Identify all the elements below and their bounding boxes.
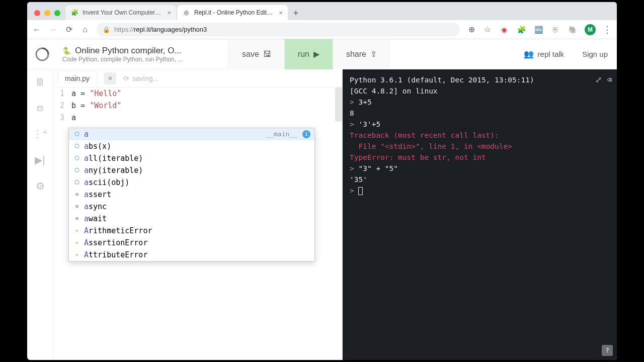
profile-avatar[interactable]: M — [585, 24, 596, 35]
repl-talk-link[interactable]: 👥repl talk — [515, 49, 574, 59]
share-icon: ⇪ — [370, 49, 377, 59]
page-title: Online Python compiler, O... — [75, 46, 182, 56]
terminal-cursor — [358, 187, 363, 195]
editor-scrollbar[interactable] — [335, 87, 342, 122]
terminal-pane[interactable]: ⤢ ⌫ Python 3.6.1 (default, Dec 2015, 13:… — [343, 69, 617, 360]
autocomplete-hint: __main__ — [266, 128, 299, 140]
line-number: 1 — [53, 87, 71, 100]
autocomplete-item[interactable]: ≡assert — [69, 189, 314, 201]
side-toolbar: 🗎 ⧈ ⋮⁺ ▶| ⚙ — [27, 69, 53, 360]
variable-icon: ⬡ — [73, 130, 81, 138]
autocomplete-item[interactable]: ⬡all(iterable) — [69, 152, 314, 164]
autocomplete-popup: ⬡a__main__i⬡abs(x)⬡all(iterable)⬡any(ite… — [68, 128, 315, 261]
forward-icon[interactable]: → — [48, 25, 57, 34]
close-tab-icon[interactable]: × — [277, 9, 283, 17]
code-line: a — [71, 112, 76, 124]
adblock-ext-icon[interactable]: ◉ — [499, 25, 509, 35]
puzzle-ext-icon[interactable]: 🧩 — [516, 25, 526, 35]
info-icon[interactable]: i — [302, 130, 310, 138]
autocomplete-item[interactable]: ✦ArithmeticError — [69, 225, 314, 237]
minimize-window-icon[interactable] — [44, 10, 50, 16]
class-icon: ✦ — [73, 227, 81, 235]
share-button[interactable]: share⇪ — [333, 39, 390, 69]
saving-status: ⟳saving... — [123, 74, 158, 82]
autocomplete-label: AssertionError — [84, 237, 310, 249]
translate-ext-icon[interactable]: 🔤 — [533, 25, 543, 35]
python-icon: 🐍 — [62, 47, 71, 55]
terminal-expand-icon[interactable]: ⤢ — [595, 74, 602, 85]
page-subtitle: Code Python, compile Python, run Python,… — [62, 56, 223, 63]
tab-strip: 🧩 Invent Your Own Computer Ga × ◎ Repl.i… — [27, 2, 617, 20]
files-icon[interactable]: 🗎 — [35, 76, 45, 88]
autocomplete-label: abs(x) — [84, 140, 310, 152]
window-controls — [31, 10, 65, 20]
keyword-icon: ≡ — [73, 191, 81, 199]
autocomplete-label: AttributeError — [84, 249, 310, 261]
autocomplete-item[interactable]: ≡await — [69, 213, 314, 225]
editor-tab-bar: main.py ≡ ⟳saving... — [53, 69, 342, 87]
class-icon: ✦ — [73, 239, 81, 247]
reload-icon[interactable]: ⟳ — [64, 25, 73, 34]
help-button[interactable]: ? — [602, 345, 613, 356]
app-header: 🐍Online Python compiler, O... Code Pytho… — [27, 39, 617, 69]
back-icon[interactable]: ← — [32, 25, 41, 34]
url-protocol: https:// — [114, 26, 134, 33]
replit-logo-icon[interactable] — [27, 46, 57, 62]
maximize-window-icon[interactable] — [54, 10, 60, 16]
debugger-icon[interactable]: ▶| — [35, 154, 45, 166]
variable-icon: ⬡ — [73, 154, 81, 162]
home-icon[interactable]: ⌂ — [80, 25, 90, 34]
autocomplete-item[interactable]: ⬡a__main__i — [69, 128, 314, 140]
autocomplete-label: assert — [84, 189, 310, 201]
run-button[interactable]: run▶ — [284, 39, 333, 69]
evernote-ext-icon[interactable]: 🐘 — [568, 25, 578, 35]
browser-menu-icon[interactable]: ⋮ — [603, 24, 612, 35]
autocomplete-item[interactable]: ⬡any(iterable) — [69, 164, 314, 176]
autocomplete-label: ArithmeticError — [84, 225, 310, 237]
file-tab-main[interactable]: main.py — [57, 71, 97, 85]
variable-icon: ⬡ — [73, 142, 81, 150]
terminal-output: Python 3.6.1 (default, Dec 2015, 13:05:1… — [343, 69, 617, 201]
spinner-icon: ⟳ — [123, 74, 129, 82]
terminal-clear-icon[interactable]: ⌫ — [607, 74, 612, 85]
new-tab-button[interactable]: + — [289, 6, 303, 20]
browser-tab-invent[interactable]: 🧩 Invent Your Own Computer Ga × — [65, 5, 176, 20]
packages-icon[interactable]: ⧈ — [37, 102, 43, 114]
close-window-icon[interactable] — [34, 10, 40, 16]
autocomplete-item[interactable]: ✦AssertionError — [69, 237, 314, 249]
play-icon: ▶ — [313, 49, 319, 59]
url-field[interactable]: 🔒 https://repl.it/languages/python3 — [97, 23, 460, 37]
save-icon: 🖫 — [263, 50, 271, 59]
code-line: b = "World" — [71, 100, 121, 112]
lock-icon: 🔒 — [103, 26, 110, 33]
tab-title: Repl.it - Online Python Editor a — [194, 9, 273, 16]
favicon-icon: 🧩 — [70, 9, 78, 17]
variable-icon: ⬡ — [73, 178, 81, 187]
autocomplete-item[interactable]: ≡async — [69, 201, 314, 213]
autocomplete-label: await — [84, 213, 310, 225]
invite-icon[interactable]: ⋮⁺ — [32, 128, 48, 140]
autocomplete-label: a — [84, 128, 263, 140]
format-icon[interactable]: ≡ — [104, 72, 116, 84]
save-button[interactable]: save🖫 — [228, 39, 284, 69]
tab-title: Invent Your Own Computer Ga — [83, 9, 161, 16]
autocomplete-item[interactable]: ✦AttributeError — [69, 249, 314, 261]
autocomplete-item[interactable]: ⬡abs(x) — [69, 140, 314, 152]
autocomplete-label: all(iterable) — [84, 152, 310, 164]
autocomplete-label: ascii(obj) — [84, 176, 310, 189]
star-icon[interactable]: ☆ — [483, 25, 492, 34]
autocomplete-item[interactable]: ⬡ascii(obj) — [69, 176, 314, 189]
autocomplete-label: async — [84, 201, 310, 213]
line-number: 3 — [53, 112, 71, 124]
favicon-icon: ◎ — [182, 9, 190, 17]
keyword-icon: ≡ — [73, 203, 81, 211]
variable-icon: ⬡ — [73, 166, 81, 174]
keyword-icon: ≡ — [73, 215, 81, 223]
settings-icon[interactable]: ⚙ — [36, 180, 45, 192]
sign-up-link[interactable]: Sign up — [573, 50, 617, 58]
browser-tab-replit[interactable]: ◎ Repl.it - Online Python Editor a × — [177, 5, 288, 20]
search-icon[interactable]: ⊕ — [467, 25, 476, 34]
close-tab-icon[interactable]: × — [165, 9, 171, 17]
shield-ext-icon[interactable]: ⛨ — [550, 25, 560, 35]
url-text: repl.it/languages/python3 — [134, 26, 207, 33]
